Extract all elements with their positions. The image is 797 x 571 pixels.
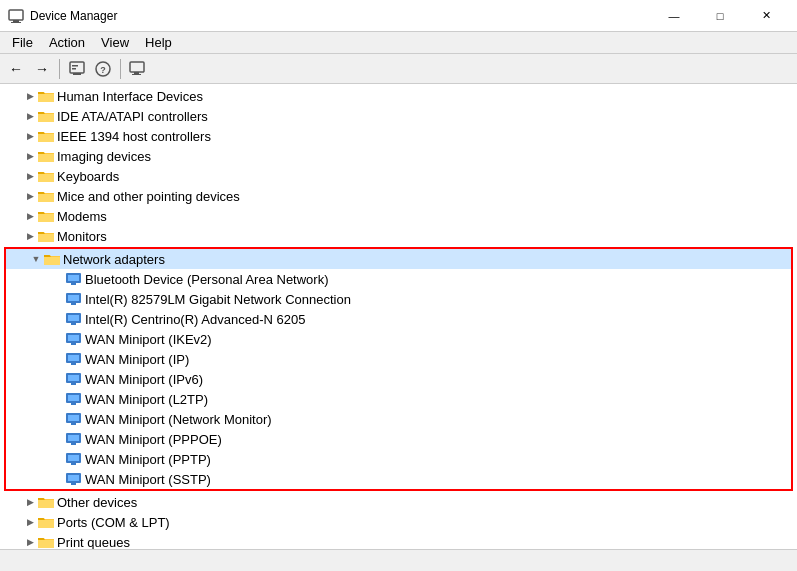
toolbar-forward-button[interactable]: → [30,57,54,81]
svg-rect-13 [68,275,79,281]
svg-rect-17 [71,303,76,305]
item-label-intel-82579: Intel(R) 82579LM Gigabit Network Connect… [85,292,351,307]
item-icon-ieee-1394 [38,129,54,143]
item-label-print-queues: Print queues [57,535,130,550]
tree-item-wan-pppoe[interactable]: WAN Miniport (PPPOE) [6,429,791,449]
tree-item-ieee-1394[interactable]: ▶ IEEE 1394 host controllers [0,126,797,146]
svg-rect-44 [71,483,76,485]
svg-rect-0 [9,10,23,20]
title-bar: Device Manager — □ ✕ [0,0,797,32]
maximize-button[interactable]: □ [697,0,743,32]
svg-rect-31 [68,395,79,401]
svg-rect-9 [130,62,144,72]
svg-rect-4 [72,65,78,67]
menu-help[interactable]: Help [137,33,180,52]
main-layout: ▶ Human Interface Devices ▶ IDE ATA/ATAP… [0,84,797,549]
item-icon-print-queues [38,535,54,549]
tree-item-wan-l2tp[interactable]: WAN Miniport (L2TP) [6,389,791,409]
tree-item-imaging[interactable]: ▶ Imaging devices [0,146,797,166]
window-title: Device Manager [30,9,651,23]
toolbar-help-button[interactable]: ? [91,57,115,81]
tree-item-network-adapters[interactable]: ▼ Network adapters [6,249,791,269]
svg-rect-16 [68,295,79,301]
toolbar-separator-2 [120,59,121,79]
item-label-wan-l2tp: WAN Miniport (L2TP) [85,392,208,407]
tree-item-wan-network-monitor[interactable]: WAN Miniport (Network Monitor) [6,409,791,429]
tree-item-mice[interactable]: ▶ Mice and other pointing devices [0,186,797,206]
svg-rect-34 [68,415,79,421]
svg-rect-2 [11,22,21,23]
item-icon-network-adapters [44,252,60,266]
item-icon-keyboards [38,169,54,183]
minimize-button[interactable]: — [651,0,697,32]
window-controls: — □ ✕ [651,0,789,32]
item-label-wan-sstp: WAN Miniport (SSTP) [85,472,211,487]
svg-rect-10 [134,72,139,74]
item-icon-wan-ipv6 [66,372,82,386]
svg-rect-19 [68,315,79,321]
menu-file[interactable]: File [4,33,41,52]
tree-item-other-devices[interactable]: ▶ Other devices [0,492,797,512]
toolbar-monitor-button[interactable] [126,57,150,81]
close-button[interactable]: ✕ [743,0,789,32]
tree-item-wan-ipv6[interactable]: WAN Miniport (IPv6) [6,369,791,389]
item-icon-wan-ikev2 [66,332,82,346]
svg-text:?: ? [100,65,106,75]
toolbar-back-button[interactable]: ← [4,57,28,81]
tree-item-modems[interactable]: ▶ Modems [0,206,797,226]
item-icon-ide-atapi [38,109,54,123]
tree-item-human-interface[interactable]: ▶ Human Interface Devices [0,86,797,106]
tree-item-ports[interactable]: ▶ Ports (COM & LPT) [0,512,797,532]
item-label-keyboards: Keyboards [57,169,119,184]
tree-item-keyboards[interactable]: ▶ Keyboards [0,166,797,186]
item-icon-ports [38,515,54,529]
item-label-intel-centrino: Intel(R) Centrino(R) Advanced-N 6205 [85,312,305,327]
tree-item-monitors[interactable]: ▶ Monitors [0,226,797,246]
menu-bar: File Action View Help [0,32,797,54]
item-label-network-adapters: Network adapters [63,252,165,267]
item-label-wan-ikev2: WAN Miniport (IKEv2) [85,332,212,347]
item-label-wan-pppoe: WAN Miniport (PPPOE) [85,432,222,447]
svg-rect-23 [71,343,76,345]
tree-item-intel-82579[interactable]: Intel(R) 82579LM Gigabit Network Connect… [6,289,791,309]
tree-item-ide-atapi[interactable]: ▶ IDE ATA/ATAPI controllers [0,106,797,126]
tree-item-wan-pptp[interactable]: WAN Miniport (PPTP) [6,449,791,469]
toolbar-separator-1 [59,59,60,79]
item-label-other-devices: Other devices [57,495,137,510]
item-icon-intel-centrino [66,312,82,326]
menu-view[interactable]: View [93,33,137,52]
item-label-wan-ipv6: WAN Miniport (IPv6) [85,372,203,387]
item-icon-imaging [38,149,54,163]
item-label-bluetooth: Bluetooth Device (Personal Area Network) [85,272,329,287]
tree-item-print-queues[interactable]: ▶ Print queues [0,532,797,549]
item-icon-intel-82579 [66,292,82,306]
tree-item-bluetooth[interactable]: Bluetooth Device (Personal Area Network) [6,269,791,289]
device-tree[interactable]: ▶ Human Interface Devices ▶ IDE ATA/ATAP… [0,84,797,549]
tree-item-intel-centrino[interactable]: Intel(R) Centrino(R) Advanced-N 6205 [6,309,791,329]
tree-item-wan-ikev2[interactable]: WAN Miniport (IKEv2) [6,329,791,349]
svg-rect-14 [71,283,76,285]
item-icon-human-interface [38,89,54,103]
item-icon-mice [38,189,54,203]
item-label-ports: Ports (COM & LPT) [57,515,170,530]
item-label-human-interface: Human Interface Devices [57,89,203,104]
svg-rect-37 [68,435,79,441]
svg-rect-6 [73,73,81,75]
item-icon-wan-pppoe [66,432,82,446]
item-label-wan-pptp: WAN Miniport (PPTP) [85,452,211,467]
tree-item-wan-ip[interactable]: WAN Miniport (IP) [6,349,791,369]
item-label-modems: Modems [57,209,107,224]
svg-rect-25 [68,355,79,361]
svg-rect-3 [70,62,84,73]
menu-action[interactable]: Action [41,33,93,52]
svg-rect-40 [68,455,79,461]
item-label-mice: Mice and other pointing devices [57,189,240,204]
svg-rect-22 [68,335,79,341]
item-icon-monitors [38,229,54,243]
toolbar-properties-button[interactable] [65,57,89,81]
tree-item-wan-sstp[interactable]: WAN Miniport (SSTP) [6,469,791,489]
item-label-wan-network-monitor: WAN Miniport (Network Monitor) [85,412,272,427]
toolbar: ← → ? [0,54,797,84]
svg-rect-43 [68,475,79,481]
svg-rect-35 [71,423,76,425]
